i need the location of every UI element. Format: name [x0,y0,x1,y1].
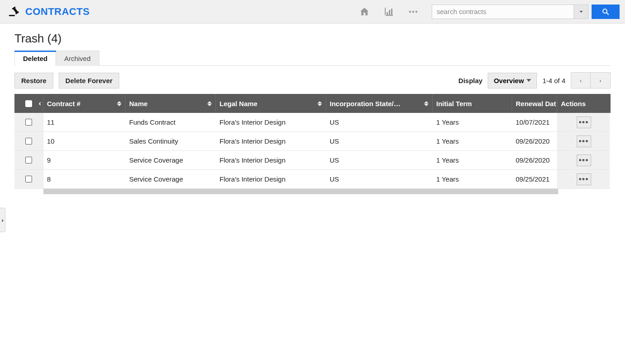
cell-legal-name: Flora's Interior Design [216,170,326,188]
header-legal-name[interactable]: Legal Name [216,94,326,113]
tab-archived[interactable]: Archived [56,51,99,66]
page-title: Trash (4) [14,32,611,46]
toolbar: Restore Delete Forever Display Overview … [14,72,611,89]
more-icon[interactable] [407,6,419,17]
cell-actions: ••• [557,170,610,188]
sort-icon [117,101,121,106]
cell-contract-no: 8 [43,170,126,188]
cell-initial-term: 1 Years [433,170,512,188]
cell-contract-no: 10 [43,132,126,150]
svg-rect-0 [9,15,15,16]
header-actions: › Actions [557,94,610,113]
row-checkbox[interactable] [25,119,32,126]
topbar-icons [359,6,419,17]
row-checkbox[interactable] [25,176,32,182]
cell-contract-no: 11 [43,113,126,131]
home-icon[interactable] [359,6,370,17]
pager-text: 1-4 of 4 [542,77,565,84]
search-input[interactable] [432,5,574,19]
caret-down-icon [527,79,531,82]
cell-legal-name: Flora's Interior Design [216,113,326,131]
cell-initial-term: 1 Years [433,151,512,169]
cell-contract-no: 9 [43,151,126,169]
table-row: 11Funds ContractFlora's Interior DesignU… [14,113,611,132]
row-checkbox-cell [14,132,43,150]
tabs: Deleted Archived [14,50,611,66]
collapse-left-icon[interactable]: ‹ [39,99,41,107]
header-name[interactable]: Name [126,94,216,113]
topbar: CONTRACTS [0,0,625,23]
pager-prev-button[interactable]: ‹ [571,72,591,89]
cell-incorporation: US [326,170,433,188]
pager-next-button[interactable]: › [591,72,611,89]
table-row: 9Service CoverageFlora's Interior Design… [14,151,611,170]
row-checkbox-cell [14,151,43,169]
svg-point-4 [409,10,411,12]
cell-renewal-date: 09/26/2020 [512,151,557,169]
restore-button[interactable]: Restore [14,73,53,89]
cell-renewal-date: 09/26/2020 [512,132,557,150]
display-value: Overview [494,77,524,84]
svg-point-5 [412,10,414,12]
row-actions-button[interactable]: ••• [577,117,591,128]
svg-point-7 [603,9,607,13]
reports-icon[interactable] [383,6,395,17]
display-select[interactable]: Overview [488,73,537,89]
grid-body: 11Funds ContractFlora's Interior DesignU… [14,113,611,189]
cell-renewal-date: 09/25/2021 [512,170,557,188]
row-checkbox[interactable] [25,157,32,163]
svg-line-8 [606,13,609,15]
cell-actions: ••• [557,132,610,150]
header-initial-term[interactable]: Initial Term [433,94,512,113]
grid-header: ‹ Contract # Name Legal Name Incorporati… [14,94,611,113]
search-button[interactable] [592,5,620,19]
cell-name: Service Coverage [126,151,216,169]
tab-deleted[interactable]: Deleted [14,51,56,66]
cell-incorporation: US [326,113,433,131]
cell-initial-term: 1 Years [433,132,512,150]
header-incorporation[interactable]: Incorporation State/… [326,94,433,113]
searchbox [432,5,620,19]
svg-point-6 [415,10,417,12]
table-row: 10Sales ContinuityFlora's Interior Desig… [14,132,611,151]
cell-actions: ••• [557,113,610,131]
row-checkbox-cell [14,113,43,131]
cell-legal-name: Flora's Interior Design [216,132,326,150]
chevron-right-icon: › [1,217,3,224]
header-renewal-date[interactable]: Renewal Dat [512,94,557,113]
cell-legal-name: Flora's Interior Design [216,151,326,169]
chevron-right-icon: › [599,77,601,84]
app-title: CONTRACTS [25,6,90,18]
brand: CONTRACTS [8,6,90,18]
cell-incorporation: US [326,132,433,150]
table-row: 8Service CoverageFlora's Interior Design… [14,170,611,189]
cell-renewal-date: 10/07/2021 [512,113,557,131]
search-dropdown-button[interactable] [574,5,588,19]
sort-icon [317,101,322,106]
row-actions-button[interactable]: ••• [577,173,591,185]
expand-side-button[interactable]: › [0,208,5,232]
content: Trash (4) Deleted Archived Restore Delet… [0,23,625,194]
sort-icon [207,101,212,106]
row-actions-button[interactable]: ••• [577,135,591,147]
cell-name: Sales Continuity [126,132,216,150]
horizontal-scrollbar[interactable] [43,189,558,194]
select-all-checkbox[interactable] [25,100,32,107]
cell-name: Funds Contract [126,113,216,131]
cell-actions: ••• [557,151,610,169]
cell-name: Service Coverage [126,170,216,188]
sort-icon [424,101,429,106]
display-label: Display [458,77,482,84]
row-checkbox[interactable] [25,138,32,145]
cell-incorporation: US [326,151,433,169]
chevron-left-icon: ‹ [580,77,582,84]
row-checkbox-cell [14,170,43,188]
pager-buttons: ‹ › [571,72,611,89]
delete-forever-button[interactable]: Delete Forever [59,73,119,89]
cell-initial-term: 1 Years [433,113,512,131]
data-grid: ‹ Contract # Name Legal Name Incorporati… [14,94,611,194]
row-actions-button[interactable]: ••• [577,154,591,166]
header-contract-no[interactable]: Contract # [43,94,126,113]
gavel-icon [8,6,21,17]
header-select-all[interactable]: ‹ [14,94,43,113]
